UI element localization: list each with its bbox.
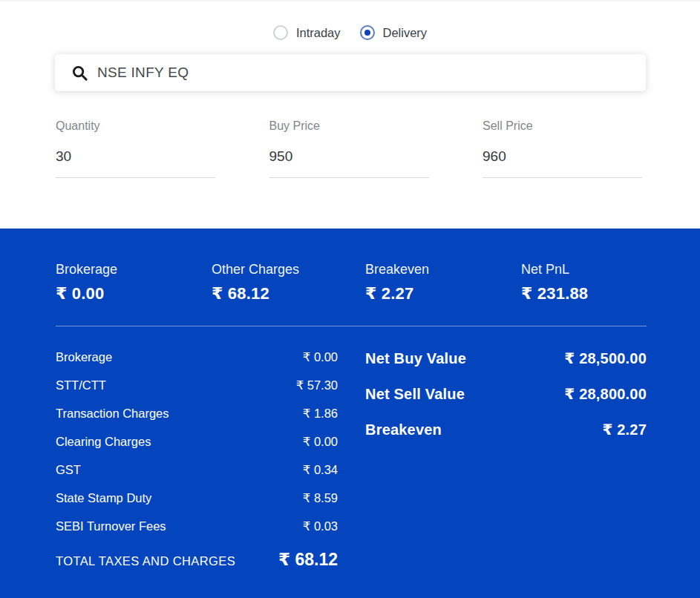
summary-other-charges-value: ₹ 68.12 <box>212 284 365 303</box>
total-charges-label: TOTAL TAXES AND CHARGES <box>56 554 235 568</box>
charge-row-gst: GST ₹ 0.34 <box>56 463 338 477</box>
breakdown-columns: Brokerage ₹ 0.00 STT/CTT ₹ 57.30 Transac… <box>56 326 647 570</box>
charge-value: ₹ 57.30 <box>296 378 338 392</box>
sell-price-field: Sell Price <box>483 119 642 178</box>
buy-price-label: Buy Price <box>269 119 429 133</box>
charges-list: Brokerage ₹ 0.00 STT/CTT ₹ 57.30 Transac… <box>56 326 338 570</box>
summary-net-pnl-label: Net PnL <box>521 262 647 277</box>
total-charges-value: ₹ 68.12 <box>278 550 338 570</box>
net-sell-value-row: Net Sell Value ₹ 28,800.00 <box>365 385 647 403</box>
charge-label: Brokerage <box>56 350 112 364</box>
summary-brokerage-value: ₹ 0.00 <box>56 284 212 303</box>
scrip-search-input[interactable] <box>97 65 632 81</box>
breakeven-row: Breakeven ₹ 2.27 <box>365 421 647 438</box>
buy-price-input[interactable] <box>269 148 429 178</box>
charge-row-stt-ctt: STT/CTT ₹ 57.30 <box>56 378 338 392</box>
trade-type-radio-group: Intraday Delivery <box>0 0 700 40</box>
charges-result-panel: Brokerage ₹ 0.00 Other Charges ₹ 68.12 B… <box>0 229 700 598</box>
net-buy-value: ₹ 28,500.00 <box>564 349 647 367</box>
charge-label: Transaction Charges <box>56 407 169 421</box>
net-buy-value-row: Net Buy Value ₹ 28,500.00 <box>365 349 647 367</box>
quantity-input[interactable] <box>56 148 215 178</box>
summary-breakeven-value: ₹ 2.27 <box>365 284 521 303</box>
radio-delivery-label: Delivery <box>383 26 428 40</box>
charge-row-sebi-fees: SEBI Turnover Fees ₹ 0.03 <box>56 519 338 533</box>
scrip-search-box[interactable] <box>55 54 646 91</box>
trade-input-section: Intraday Delivery Quantity Buy Price Sel… <box>0 0 700 229</box>
search-icon <box>71 65 88 82</box>
summary-other-charges-label: Other Charges <box>212 262 365 277</box>
summary-breakeven-label: Breakeven <box>365 262 521 277</box>
summary-net-pnl: Net PnL ₹ 231.88 <box>521 262 647 303</box>
sell-price-input[interactable] <box>483 148 642 178</box>
charge-value: ₹ 0.00 <box>303 350 338 364</box>
radio-delivery[interactable]: Delivery <box>360 25 428 40</box>
summary-breakeven: Breakeven ₹ 2.27 <box>365 262 521 303</box>
net-sell-value-label: Net Sell Value <box>365 386 465 403</box>
charge-label: STT/CTT <box>56 378 106 392</box>
charge-value: ₹ 0.03 <box>303 519 338 533</box>
buy-price-field: Buy Price <box>269 119 429 178</box>
charge-value: ₹ 0.34 <box>303 463 338 477</box>
charge-label: Clearing Charges <box>56 435 151 449</box>
charge-row-transaction: Transaction Charges ₹ 1.86 <box>56 407 338 421</box>
summary-row: Brokerage ₹ 0.00 Other Charges ₹ 68.12 B… <box>56 262 647 303</box>
breakeven-value: ₹ 2.27 <box>602 421 647 438</box>
trade-fields-row: Quantity Buy Price Sell Price <box>56 119 642 178</box>
net-buy-value-label: Net Buy Value <box>365 350 466 367</box>
sell-price-label: Sell Price <box>483 119 642 133</box>
charge-value: ₹ 1.86 <box>303 407 338 421</box>
radio-intraday[interactable]: Intraday <box>273 25 341 40</box>
net-sell-value: ₹ 28,800.00 <box>564 385 647 403</box>
radio-intraday-label: Intraday <box>296 26 341 40</box>
charge-row-total: TOTAL TAXES AND CHARGES ₹ 68.12 <box>56 550 338 570</box>
charge-row-clearing: Clearing Charges ₹ 0.00 <box>56 435 338 449</box>
summary-net-pnl-value: ₹ 231.88 <box>521 284 647 303</box>
breakeven-label: Breakeven <box>365 421 442 438</box>
radio-circle-icon[interactable] <box>273 25 288 40</box>
charge-label: SEBI Turnover Fees <box>56 519 166 533</box>
summary-other-charges: Other Charges ₹ 68.12 <box>212 262 365 303</box>
quantity-label: Quantity <box>56 119 215 133</box>
charge-label: State Stamp Duty <box>56 491 151 505</box>
charge-row-stamp-duty: State Stamp Duty ₹ 8.59 <box>56 491 338 505</box>
charge-label: GST <box>56 463 81 477</box>
charge-value: ₹ 0.00 <box>303 435 338 449</box>
charge-value: ₹ 8.59 <box>303 491 338 505</box>
summary-brokerage-label: Brokerage <box>56 262 212 277</box>
charge-row-brokerage: Brokerage ₹ 0.00 <box>56 350 338 364</box>
summary-brokerage: Brokerage ₹ 0.00 <box>56 262 212 303</box>
quantity-field: Quantity <box>56 119 215 178</box>
radio-circle-selected-icon[interactable] <box>360 25 375 40</box>
net-values-list: Net Buy Value ₹ 28,500.00 Net Sell Value… <box>365 326 647 570</box>
